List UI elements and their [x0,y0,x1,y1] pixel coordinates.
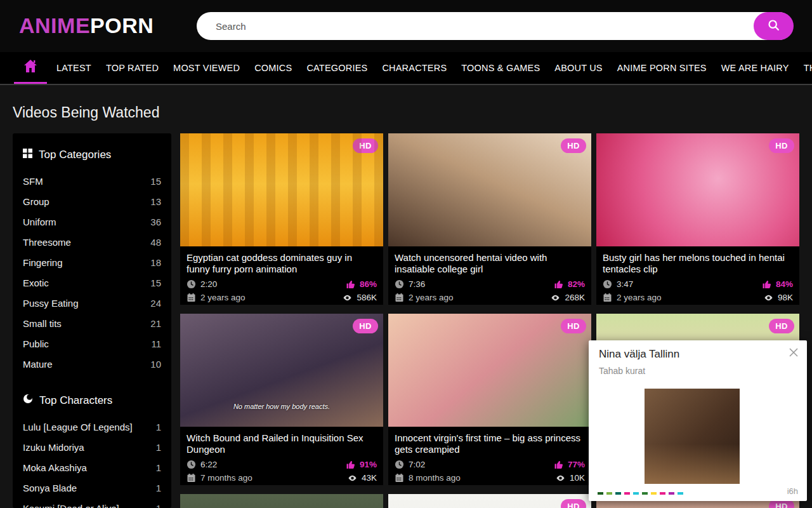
character-item[interactable]: Izuku Midoriya1 [13,441,171,453]
clock-icon [187,279,196,289]
character-count: 1 [156,502,161,508]
nav-item-theporndude[interactable]: THEPORNDUDE [799,52,812,84]
nav-home[interactable] [14,52,47,84]
category-item[interactable]: Public11 [13,338,171,350]
character-item[interactable]: Moka Akashiya1 [13,462,171,474]
video-title[interactable]: Witch Bound and Railed in Inquisition Se… [187,432,377,456]
nav-item-comics[interactable]: COMICS [249,52,297,84]
thumbs-up-icon [554,460,564,469]
nav-item-characters[interactable]: CHARACTERS [377,52,452,84]
home-icon [23,59,38,76]
category-item[interactable]: SFM15 [13,175,171,187]
nav-item-latest[interactable]: LATEST [51,52,96,84]
category-item[interactable]: Mature10 [13,358,171,370]
nav-item-most-viewed[interactable]: MOST VIEWED [168,52,245,84]
nav-item-categories[interactable]: CATEGORIES [301,52,372,84]
character-item[interactable]: Sonya Blade1 [13,482,171,494]
video-views: 43K [347,473,377,483]
video-duration: 2:20 [187,279,217,289]
notification-popup: Nina välja Tallinn Tahab kurat i6h [589,340,807,501]
top-categories-title: Top Categories [39,149,111,161]
character-item[interactable]: Kasumi [Dead or Alive]1 [13,502,171,508]
video-info: Innocent virgin's first time – big ass p… [388,427,591,485]
category-count: 13 [150,196,161,208]
nav-item-about-us[interactable]: ABOUT US [549,52,607,84]
nav-item-anime-porn-sites[interactable]: ANIME PORN SITES [612,52,712,84]
clock-icon [603,279,612,289]
category-count: 11 [151,338,161,350]
site-logo[interactable]: ANIMEPORN [19,13,154,38]
video-card[interactable]: HD No matter how my body reacts. Witch B… [180,314,383,485]
search-input[interactable] [197,12,793,40]
video-info: Busty girl has her melons touched in hen… [596,246,799,305]
calendar-icon [395,473,404,483]
category-count: 15 [150,175,161,187]
ad-photo[interactable] [645,389,740,484]
thumbs-up-icon [554,279,564,289]
video-age: 2 years ago [603,293,662,302]
video-thumbnail[interactable]: HD [388,314,591,427]
category-item[interactable]: Exotic15 [13,277,171,289]
video-card[interactable] [180,494,383,508]
page-title: Videos Being Watched [13,104,159,121]
video-title[interactable]: Busty girl has her melons touched in hen… [603,252,793,276]
video-title[interactable]: Watch uncensored hentai video with insat… [395,252,585,276]
category-count: 36 [150,216,161,228]
sidebar: Top Categories SFM15 Group13 Uniform36 T… [13,133,171,508]
popup-title[interactable]: Nina välja Tallinn [599,348,679,361]
video-card[interactable]: HD Egyptian cat goddess dominates guy in… [180,133,383,305]
nav-item-top-rated[interactable]: TOP RATED [101,52,164,84]
calendar-icon [187,293,196,302]
calendar-icon [603,293,612,302]
category-count: 10 [150,358,161,370]
video-views: 268K [550,293,585,302]
video-likes: 77% [554,460,585,469]
video-info: Watch uncensored hentai video with insat… [388,246,591,305]
category-item[interactable]: Small tits21 [13,318,171,330]
video-thumbnail[interactable]: HD [388,494,591,508]
thumbs-up-icon [346,279,356,289]
category-item[interactable]: Group13 [13,196,171,208]
site-header: ANIMEPORN [0,0,812,52]
video-title[interactable]: Innocent virgin's first time – big ass p… [395,432,585,456]
popup-subtitle: Tahab kurat [599,366,645,376]
category-item[interactable]: Fingering18 [13,257,171,269]
video-views: 586K [342,293,377,302]
video-card[interactable]: HD Innocent virgin's first time – big as… [388,314,591,485]
eye-icon [555,474,566,483]
calendar-icon [395,293,404,302]
category-item[interactable]: Uniform36 [13,216,171,228]
character-count: 1 [156,421,161,433]
hd-badge: HD [561,499,586,508]
video-likes: 82% [554,279,585,289]
nav-item-toons-games[interactable]: TOONS & GAMES [456,52,545,84]
search-button[interactable] [754,12,794,40]
close-icon[interactable] [788,347,799,358]
hd-badge: HD [353,138,378,153]
video-thumbnail[interactable]: HD [180,133,383,246]
video-thumbnail[interactable]: HD [596,133,799,246]
video-thumbnail[interactable]: HD [388,133,591,246]
loading-dashes [598,492,683,495]
characters-icon [23,394,33,407]
video-thumbnail[interactable] [180,494,383,508]
clock-icon [187,460,196,469]
video-age: 7 months ago [187,473,252,483]
video-title[interactable]: Egyptian cat goddess dominates guy in fu… [187,252,377,276]
nav-item-we-are-hairy[interactable]: WE ARE HAIRY [716,52,794,84]
character-count: 1 [156,482,161,494]
category-item[interactable]: Threesome48 [13,236,171,248]
eye-icon [763,293,774,302]
category-item[interactable]: Pussy Eating24 [13,297,171,309]
eye-icon [347,474,358,483]
video-duration: 7:02 [395,460,425,469]
main-nav: LATEST TOP RATED MOST VIEWED COMICS CATE… [0,52,812,85]
character-item[interactable]: Lulu [League Of Legends]1 [13,421,171,433]
logo-part-porn: PORN [90,13,154,37]
video-thumbnail[interactable]: HD No matter how my body reacts. [180,314,383,427]
video-card[interactable]: HD [388,494,591,508]
category-count: 48 [150,236,161,248]
video-card[interactable]: HD Busty girl has her melons touched in … [596,133,799,305]
video-card[interactable]: HD Watch uncensored hentai video with in… [388,133,591,305]
category-count: 18 [150,257,161,269]
